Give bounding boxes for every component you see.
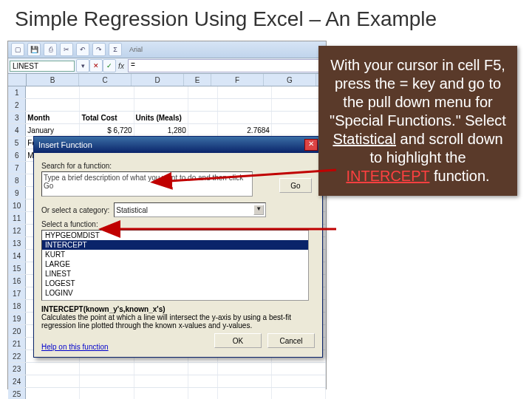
close-icon[interactable]: ✕	[304, 139, 318, 151]
row-hdr[interactable]: 5	[8, 137, 26, 149]
formula-bar-row: LINEST ▾ ✕ ✓ fx =	[8, 58, 326, 74]
namebox-dropdown-icon[interactable]: ▾	[76, 59, 89, 72]
cell[interactable]: Units (Meals)	[134, 112, 188, 123]
category-label: Or select a category:	[41, 206, 109, 214]
row-hdr[interactable]: 23	[8, 363, 26, 375]
cell[interactable]: Total Cost	[80, 112, 134, 123]
go-button[interactable]: Go	[279, 178, 312, 193]
function-description: Calculates the point at which a line wil…	[41, 313, 291, 330]
row-hdr[interactable]: 13	[8, 237, 26, 249]
cancel-button[interactable]: Cancel	[267, 333, 315, 348]
list-item[interactable]: HYPGEOMDIST	[42, 231, 308, 240]
list-item[interactable]: KURT	[42, 250, 308, 259]
row-hdr[interactable]: 8	[8, 174, 26, 186]
confirm-entry-icon[interactable]: ✓	[103, 59, 116, 72]
column-headers: B C D E F G	[8, 74, 326, 86]
category-value: Statistical	[116, 206, 148, 214]
print-icon[interactable]: ⎙	[44, 43, 57, 56]
col-E[interactable]: E	[184, 74, 211, 86]
callout-statistical: Statistical	[332, 131, 396, 147]
col-C[interactable]: C	[79, 74, 132, 86]
row-hdr[interactable]: 1	[8, 86, 26, 98]
row-hdr[interactable]: 22	[8, 350, 26, 362]
list-item[interactable]: LINEST	[42, 269, 308, 279]
col-F[interactable]: F	[211, 74, 264, 86]
save-icon[interactable]: 💾	[27, 43, 41, 56]
search-label: Search for a function:	[41, 162, 315, 170]
insert-function-dialog: Insert Function ✕ Search for a function:…	[33, 136, 323, 358]
row-hdr[interactable]: 10	[8, 200, 26, 211]
callout-intercept: INTERCEPT	[346, 168, 429, 184]
row-hdr[interactable]: 7	[8, 162, 26, 174]
row-hdr[interactable]: 19	[8, 313, 26, 324]
row-hdr[interactable]: 14	[8, 250, 26, 262]
function-listbox[interactable]: HYPGEOMDIST INTERCEPT KURT LARGE LINEST …	[41, 230, 309, 301]
row-hdr[interactable]: 9	[8, 187, 26, 199]
row-hdr[interactable]: 11	[8, 212, 26, 224]
cell[interactable]: 2.7684	[218, 124, 272, 136]
cancel-entry-icon[interactable]: ✕	[89, 59, 103, 72]
list-item[interactable]: LOGINV	[42, 288, 308, 298]
row-hdr[interactable]: 18	[8, 300, 26, 312]
autosum-icon[interactable]: Σ	[109, 43, 122, 56]
slide-title: Simple Regression Using Excel – An Examp…	[0, 0, 532, 35]
category-combo[interactable]: Statistical ▼	[114, 202, 266, 217]
name-box[interactable]: LINEST	[10, 61, 75, 72]
dialog-title-text: Insert Function	[38, 140, 92, 149]
col-D[interactable]: D	[132, 74, 184, 86]
row-hdr[interactable]: 3	[8, 112, 26, 123]
chevron-down-icon[interactable]: ▼	[253, 205, 264, 215]
cell[interactable]: January	[26, 124, 80, 136]
formula-bar[interactable]: =	[128, 59, 324, 72]
select-all-corner[interactable]	[8, 74, 27, 86]
cut-icon[interactable]: ✂	[60, 43, 73, 56]
instruction-callout: With your cursor in cell F5, press the =…	[318, 46, 517, 196]
row-hdr[interactable]: 16	[8, 275, 26, 287]
fx-icon[interactable]: fx	[116, 62, 126, 70]
ok-button[interactable]: OK	[214, 333, 262, 348]
list-item[interactable]: LARGE	[42, 259, 308, 269]
col-G[interactable]: G	[264, 74, 316, 86]
row-hdr[interactable]: 15	[8, 262, 26, 274]
undo-icon[interactable]: ↶	[76, 43, 89, 56]
list-item-selected[interactable]: INTERCEPT	[42, 240, 308, 250]
function-signature: INTERCEPT(known_y's,known_x's)	[41, 305, 166, 313]
font-name: Arial	[129, 46, 143, 53]
list-item[interactable]: LOGEST	[42, 279, 308, 288]
row-hdr[interactable]: 25	[8, 388, 26, 399]
cell[interactable]: Month	[26, 112, 80, 123]
row-hdr[interactable]: 4	[8, 124, 26, 136]
toolbar: ▢ 💾 ⎙ ✂ ↶ ↷ Σ Arial	[8, 41, 326, 58]
cell[interactable]: 1,280	[134, 124, 188, 136]
row-hdr[interactable]: 12	[8, 225, 26, 236]
dialog-titlebar[interactable]: Insert Function ✕	[34, 137, 322, 153]
excel-window: ▢ 💾 ⎙ ✂ ↶ ↷ Σ Arial LINEST ▾ ✕ ✓ fx = B …	[7, 41, 327, 389]
row-hdr[interactable]: 20	[8, 325, 26, 337]
search-textarea[interactable]: Type a brief description of what you wan…	[41, 171, 253, 197]
cell[interactable]: $ 6,720	[80, 124, 134, 136]
new-icon[interactable]: ▢	[11, 43, 24, 56]
row-hdr[interactable]: 2	[8, 99, 26, 111]
row-hdr[interactable]: 21	[8, 338, 26, 349]
col-B[interactable]: B	[27, 74, 79, 86]
row-hdr[interactable]: 6	[8, 149, 26, 161]
select-function-label: Select a function:	[41, 220, 315, 228]
help-link[interactable]: Help on this function	[41, 343, 109, 351]
redo-icon[interactable]: ↷	[92, 43, 106, 56]
row-hdr[interactable]: 24	[8, 375, 26, 387]
row-hdr[interactable]: 17	[8, 287, 26, 299]
